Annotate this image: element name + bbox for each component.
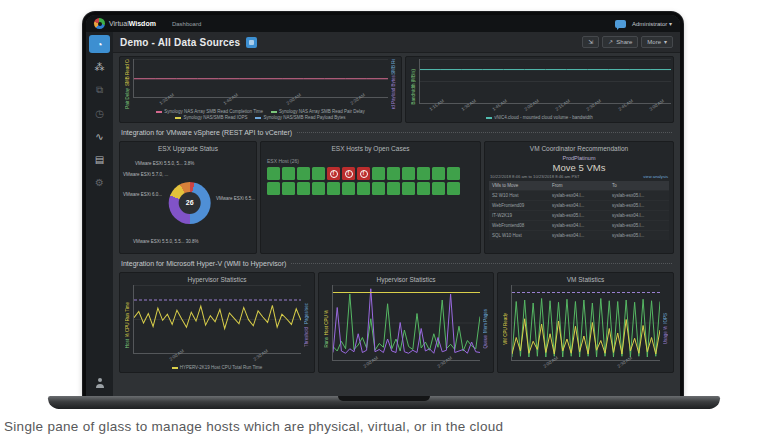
esx-host-cell-ok[interactable] [372,182,385,195]
x-axis-labels: 2:00 AM2:30 AM [333,360,480,370]
y-axis-label: SMB Read Payload Bytes [391,77,396,109]
table-cell: WebFrontend08 [489,221,549,231]
vm-recommendation-panel: VM Coordinator Recommendation ProdPlatin… [484,141,674,254]
section-title: Integration for VMware vSphere (REST API… [121,129,292,136]
esx-host-cell-ok[interactable] [342,182,355,195]
vm-table-header: From [549,181,609,191]
legend-item[interactable]: Synology NAS Array SMB Read Pair Delay [271,109,365,114]
esx-host-cell-alert[interactable]: ! [342,167,355,180]
esx-host-cell-ok[interactable] [267,182,280,195]
vm-table-header: To [609,181,669,191]
esx-host-cell-ok[interactable] [402,167,415,180]
esx-host-cell-ok[interactable] [282,167,295,180]
cloud-volume-chart[interactable]: 1:15 AM1:30 AM1:45 AM2:00 AM2:15 AM2:30 … [419,59,671,104]
user-menu[interactable]: Administrator ▾ [632,20,672,27]
legend-swatch [255,117,261,119]
esx-host-cell-ok[interactable] [432,182,445,195]
table-cell: S2 W10 Host [489,191,549,201]
hypervisor-chart-2[interactable]: 2:00 AM2:30 AM [332,285,480,361]
legend-item[interactable]: Synology NAS Array SMB Read Completion T… [156,109,263,114]
esx-host-cell-ok[interactable] [387,182,400,195]
table-cell: syslab-esx04.l... [549,191,609,201]
legend-item[interactable]: vNIC4.cloud - mounted cloud volume - ban… [486,115,592,120]
esx-host-cell-ok[interactable] [357,182,370,195]
y-axis-label: SMB Read Completion Time [125,59,130,86]
legend-label: Synology NAS/SMB Read Payload Bytes [263,115,345,120]
legend-item[interactable]: HYPERV-2K19 Host CPU Total Run Time [172,365,263,370]
brand-name: VirtualWisdom [109,20,156,27]
esx-host-cell-alert[interactable]: ! [357,167,370,180]
user-profile-icon[interactable] [95,378,105,388]
esx-host-cell-alert[interactable]: ! [327,167,340,180]
nav-item-dashboard[interactable]: Dashboard [172,21,201,27]
esx-host-cell-ok[interactable] [402,182,415,195]
image-caption: Single pane of glass to manage hosts whi… [4,419,503,434]
esx-host-cell-ok[interactable] [312,167,325,180]
share-button[interactable]: ↗Share [602,36,638,48]
esx-host-cell-ok[interactable] [387,167,400,180]
sidebar-item-dashboards[interactable]: ◔ [89,35,110,53]
esx-host-cell-ok[interactable] [432,167,445,180]
more-button[interactable]: More▾ [641,36,673,48]
esx-host-cell-ok[interactable] [267,167,280,180]
vm-table-header: VMs to Move [489,181,549,191]
esx-host-cell-ok[interactable] [297,182,310,195]
donut-total: 26 [179,192,201,214]
panel-title: Hypervisor Statistics [319,273,493,283]
table-row[interactable]: S2 W10 Hostsyslab-esx04.l...syslab-esx05… [489,191,669,201]
host-group-label: ESX Host (26) [267,158,474,164]
chart-legend: HYPERV-2K19 Host CPU Total Run Time [120,365,314,372]
y-axis-label: Runs [324,337,329,348]
legend-swatch [172,367,178,369]
esx-host-cell-ok[interactable] [417,182,430,195]
sidebar-item-settings[interactable]: ⚙ [89,173,110,191]
brand-part-2: Wisdom [129,20,156,27]
alert-icon: ! [360,170,368,178]
top-nav: VirtualWisdom Dashboard Administrator ▾ [86,15,680,32]
sidebar-item-entities[interactable]: ⧉ [89,81,110,99]
table-row[interactable]: WebFrontend08syslab-esx04.l...syslab-esx… [489,221,669,231]
laptop-base [48,396,720,409]
view-analysis-link[interactable]: view analysis [643,174,668,179]
y-axis-left: % CPU Run TimeHost [122,285,133,365]
y-axis-left: VM CPU Ready [500,285,511,372]
table-row[interactable]: SQL W10 Hostsyslab-esx04.l...syslab-esx0… [489,231,669,241]
expand-button[interactable]: ⇲ [582,36,599,48]
esx-host-cell-ok[interactable] [282,182,295,195]
nas-array-chart-panel: SMB Read Completion TimeSMB Read Pair De… [119,56,402,123]
table-cell: IT-W2K19 [489,211,549,221]
y-axis-label: Threshold [304,327,309,347]
table-row[interactable]: IT-W2K19syslab-esx05.l...syslab-esx04.l.… [489,211,669,221]
hypervisor-chart-1[interactable]: 2:00 AM2:30 AM [133,285,301,354]
vm-stats-chart[interactable]: 2:00 AM2:30 AM [511,285,660,361]
legend-item[interactable]: Synology NAS/SMB Read IOPS [175,115,247,120]
esx-host-cell-ok[interactable] [297,167,310,180]
esx-host-cell-ok[interactable] [447,182,460,195]
esx-host-grid: !!! [267,167,474,195]
chart-legend: Synology NAS Array SMB Read Completion T… [120,109,401,122]
chat-icon[interactable] [615,20,626,28]
esx-host-cell-ok[interactable] [417,167,430,180]
sidebar-item-analytics[interactable]: ∿ [89,127,110,145]
share-label: Share [616,39,632,45]
y-axis-right: Pages/secThreshold [301,285,312,365]
shared-indicator-badge[interactable] [246,37,257,48]
donut-label: VMware ESXi 5.7.0, ... [123,172,168,177]
esx-host-cell-ok[interactable] [327,182,340,195]
nas-array-chart[interactable]: 1:20 AM1:40 AM2:00 AM2:20 AM [133,59,388,98]
sidebar-item-reports[interactable]: ▤ [89,150,110,168]
section-vsphere: Integration for VMware vSphere (REST API… [119,126,674,138]
sidebar-item-schedule[interactable]: ◷ [89,104,110,122]
esx-host-cell-ok[interactable] [372,167,385,180]
legend-item[interactable]: Synology NAS/SMB Read Payload Bytes [255,115,345,120]
esx-upgrade-donut-chart[interactable]: 26 [169,182,211,224]
esx-host-cell-ok[interactable] [447,167,460,180]
y-axis-label: VM CPU Ready [503,313,508,345]
esx-host-cell-ok[interactable] [312,182,325,195]
chart-legend: vNIC4.cloud - mounted cloud volume - ban… [406,115,673,122]
chevron-down-icon: ▾ [664,39,667,45]
sidebar-item-topology[interactable]: ⁂ [89,58,110,76]
table-row[interactable]: WebFrontend09syslab-esx04.l...syslab-esx… [489,201,669,211]
vm-stats-panel: VM Statistics VM CPU Ready 2:00 AM2:30 A… [497,272,674,373]
donut-label: VMware ESXi 6.0... [123,192,162,197]
